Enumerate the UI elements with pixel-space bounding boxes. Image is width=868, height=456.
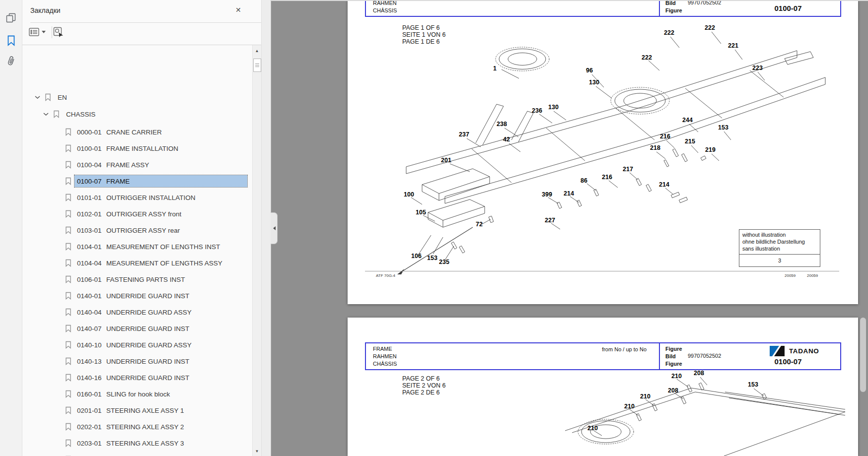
bookmark-code: 0100-01 [77,145,106,152]
part-number-label: 42 [503,136,510,142]
bookmark-title: OUTRIGGER INSTALLATION [106,194,196,201]
collapse-left-icon [271,226,276,230]
part-number-label: 236 [532,108,542,114]
content-top-edge [270,0,868,1]
page-thumbnails-icon[interactable] [0,8,22,28]
scroll-up-icon[interactable]: ▲ [253,49,261,53]
bookmark-code: 0106-01 [77,276,106,283]
bookmark-code: 0100-04 [77,161,106,169]
bookmark-root-en[interactable]: EN [35,91,67,103]
part-number-label: 218 [650,145,660,151]
bookmark-icon [65,341,72,349]
document-scrollbar-thumb[interactable] [860,318,866,392]
locate-current-bookmark-button[interactable] [53,26,65,38]
bookmark-code: 0203-01 [77,440,106,447]
bookmark-code: 0102-01 [77,210,106,218]
part-number-label: 219 [705,147,716,153]
part-number-label: 223 [752,65,763,71]
bookmark-title: FRAME ASSY [106,161,149,169]
bookmark-title: UNDERRIDE GUARD ASSY [106,309,192,316]
bookmark-item[interactable]: 0203-04STEERING AXLE 3 [65,454,165,456]
bookmark-code: 0103-01 [77,227,106,234]
bookmarks-panel-title: Закладки [30,6,61,14]
bookmark-item[interactable]: 0203-01STEERING AXLE ASSY 3 [65,437,184,449]
part-number-label: 216 [602,174,612,180]
part-number-label: 222 [705,25,715,31]
bookmark-item[interactable]: 0100-04FRAME ASSY [65,159,149,171]
part-number-label: 130 [548,104,559,110]
bookmark-icon [65,259,72,267]
collapse-panel-handle[interactable] [271,212,278,244]
part-number-label: 86 [580,178,587,184]
bookmark-item[interactable]: 0160-01SLING for hook block [65,388,170,400]
bookmark-title: FRAME [106,178,130,185]
bookmark-item[interactable]: 0106-01FASTENING PARTS INST [65,273,185,285]
collapse-chevron-icon[interactable] [35,95,40,99]
bookmark-item[interactable]: 0140-01UNDERRIDE GUARD INST [65,290,189,302]
footer-model: ATF 70G-4 [376,273,395,278]
bookmark-item[interactable]: 0140-10UNDERRIDE GUARD ASSY [65,339,192,351]
bookmark-item[interactable]: 0140-07UNDERRIDE GUARD INST [65,323,189,334]
bookmark-icon [65,390,72,398]
bookmark-item[interactable]: 0140-04UNDERRIDE GUARD ASSY [65,306,192,318]
bookmark-title: STEERING AXLE ASSY 1 [106,407,184,414]
bookmark-item[interactable]: 0104-04MEASUREMENT OF LENGTHS ASSY [65,257,222,269]
bookmark-title: UNDERRIDE GUARD INST [106,358,189,365]
bookmark-options-button[interactable] [28,26,46,38]
bookmark-code: 0201-01 [77,407,106,414]
bookmark-item[interactable]: 0101-01OUTRIGGER INSTALLATION [65,192,196,203]
bookmark-item[interactable]: 0102-01OUTRIGGER ASSY front [65,208,181,220]
bookmark-title: UNDERRIDE GUARD INST [106,374,189,382]
part-number-label: 208 [668,388,678,393]
part-number-label: 210 [624,403,635,409]
bookmark-item[interactable]: 0100-07FRAME [65,175,130,187]
collapse-chevron-icon[interactable] [43,112,49,116]
part-number-label: 106 [411,253,422,259]
part-number-label: 153 [427,255,437,261]
bookmark-item[interactable]: 0104-01MEASUREMENT OF LENGTHS INST [65,241,220,253]
bookmark-group-chassis[interactable]: CHASSIS [43,108,95,120]
bookmark-code: 0140-07 [77,325,106,332]
bookmark-title: MEASUREMENT OF LENGTHS INST [106,243,220,251]
bookmark-label[interactable]: EN [58,94,67,101]
bookmark-item[interactable]: 0100-01FRAME INSTALLATION [65,142,178,154]
bookmark-label[interactable]: CHASSIS [66,111,95,118]
bookmark-code: 0140-13 [77,358,106,365]
bookmark-icon [65,194,72,201]
panel-scrollbar[interactable]: ▲ ▼ [252,45,261,456]
bookmark-icon [65,144,72,152]
bookmark-icon [65,357,72,365]
part-number-label: 72 [476,221,483,227]
part-number-label: 210 [640,393,651,399]
bookmark-icon [53,110,60,118]
bookmark-item[interactable]: 0202-01STEERING AXLE ASSY 2 [65,421,184,433]
part-number-label: 214 [564,191,574,196]
panel-splitter[interactable] [261,0,271,456]
part-number-label: 96 [586,67,593,73]
bookmark-title: CRANE CARRIER [106,129,162,136]
bookmark-item[interactable]: 0140-16UNDERRIDE GUARD INST [65,372,189,384]
bookmark-title: UNDERRIDE GUARD ASSY [106,341,192,349]
bookmark-title: SLING for hook block [106,391,170,398]
bookmarks-panel-icon[interactable] [0,31,22,51]
bookmark-icon [65,275,72,283]
panel-scrollbar-thumb[interactable] [253,59,261,72]
pdf-page-1[interactable]: FRAME RAHMEN CHÂSSIS from No / up to No … [348,0,858,304]
bookmark-code: 0140-01 [77,292,106,300]
attachments-icon[interactable] [0,51,22,71]
bookmark-item[interactable]: 0103-01OUTRIGGER ASSY rear [65,224,180,236]
bookmark-icon [65,374,72,382]
pdf-page-2[interactable]: FRAME RAHMEN CHÂSSIS from No / up to No … [348,318,858,456]
bookmark-icon [65,308,72,316]
without-illustration-count: 3 [739,255,820,266]
bookmark-title: UNDERRIDE GUARD INST [106,292,189,300]
footer-code: 20059 [785,273,796,278]
bookmark-item[interactable]: 0140-13UNDERRIDE GUARD INST [65,355,189,367]
without-illustration-box: without illustration ohne bildliche Dars… [739,229,820,267]
part-number-label: 217 [623,166,633,172]
bookmark-item[interactable]: 0000-01CRANE CARRIER [65,126,162,138]
part-number-label: 105 [416,209,426,215]
scroll-down-icon[interactable]: ▼ [253,449,261,454]
bookmark-item[interactable]: 0201-01STEERING AXLE ASSY 1 [65,404,184,416]
close-panel-icon[interactable]: ✕ [235,6,241,14]
